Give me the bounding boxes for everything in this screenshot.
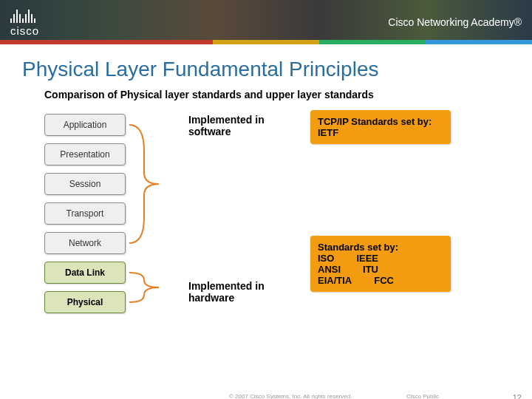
cisco-logo-text: cisco — [10, 24, 39, 37]
std-eiatia: EIA/TIA — [318, 275, 352, 286]
layer-transport: Transport — [44, 202, 126, 225]
label-software: Implemented in software — [188, 114, 277, 137]
layer-datalink: Data Link — [44, 262, 126, 284]
page-title: Physical Layer Fundamental Principles — [0, 44, 532, 89]
std-ansi: ANSI — [318, 264, 341, 275]
layer-network: Network — [44, 232, 126, 254]
subtitle: Comparison of Physical layer standards a… — [0, 89, 532, 100]
footer-page-number: 12 — [513, 393, 522, 399]
std-iso: ISO — [318, 253, 334, 264]
banner: cisco Cisco Networking Academy® — [0, 0, 532, 44]
cisco-logo: cisco — [0, 8, 39, 37]
academy-label: Cisco Networking Academy® — [388, 16, 522, 28]
layer-presentation: Presentation — [44, 143, 126, 166]
std-ieee: IEEE — [356, 253, 378, 264]
box-standards: Standards set by: ISO IEEE ANSI ITU EIA/… — [310, 236, 451, 292]
std-itu: ITU — [363, 264, 378, 275]
footer-copyright: © 2007 Cisco Systems, Inc. All rights re… — [229, 393, 352, 399]
stds-title: Standards set by: — [318, 242, 443, 253]
tcpip-title: TCP/IP Standards set by: — [318, 116, 443, 127]
std-fcc: FCC — [374, 275, 394, 286]
tcpip-body: IETF — [318, 127, 443, 138]
label-hardware: Implemented in hardware — [188, 280, 277, 304]
bracket-icon — [126, 114, 192, 358]
footer-public: Cisco Public — [406, 393, 439, 399]
box-tcpip: TCP/IP Standards set by: IETF — [310, 110, 451, 144]
layer-session: Session — [44, 173, 126, 195]
cisco-logo-bars — [10, 8, 35, 23]
layer-application: Application — [44, 114, 126, 136]
diagram: Application Presentation Session Transpo… — [44, 114, 532, 358]
layer-physical: Physical — [44, 291, 126, 313]
